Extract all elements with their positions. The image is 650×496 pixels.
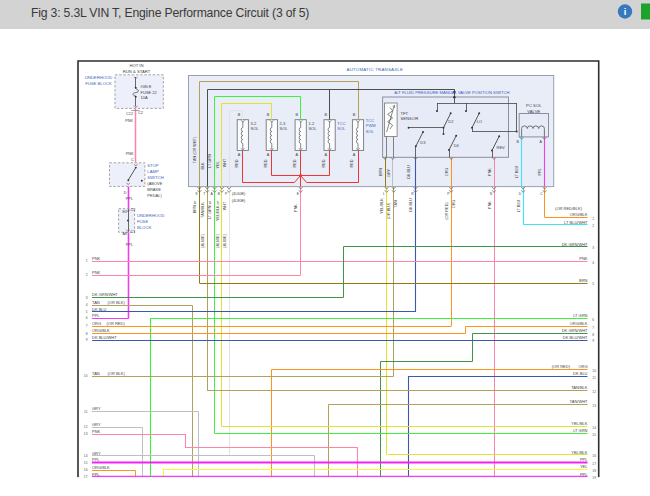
svg-text:15: 15 <box>592 433 596 437</box>
svg-text:(OR BLK): (OR BLK) <box>108 371 126 376</box>
svg-text:D3: D3 <box>420 140 426 145</box>
svg-text:TAN/WHT: TAN/WHT <box>570 399 588 404</box>
svg-text:TAN: TAN <box>92 371 100 376</box>
svg-text:YEL/BLK: YEL/BLK <box>571 421 588 426</box>
svg-text:16: 16 <box>84 468 88 472</box>
svg-text:1-2: 1-2 <box>308 121 315 126</box>
svg-text:PPL: PPL <box>92 457 100 462</box>
svg-text:PPL: PPL <box>126 197 133 201</box>
svg-text:LT BLU: LT BLU <box>515 165 519 178</box>
svg-text:LT BLU/WHT: LT BLU/WHT <box>564 220 588 225</box>
svg-text:C2: C2 <box>138 111 143 115</box>
svg-text:LO: LO <box>477 119 482 124</box>
svg-text:BRN or: BRN or <box>193 200 197 213</box>
svg-text:SOL: SOL <box>366 129 375 134</box>
svg-text:GRY: GRY <box>92 406 101 411</box>
svg-text:PNK: PNK <box>125 119 133 123</box>
svg-text:13: 13 <box>592 404 596 408</box>
svg-text:(OR RED): (OR RED) <box>445 202 449 220</box>
svg-text:SWITCH: SWITCH <box>147 175 164 180</box>
svg-text:RED: RED <box>293 159 297 167</box>
svg-text:GRY: GRY <box>387 168 391 177</box>
svg-text:(OR RED): (OR RED) <box>107 321 126 326</box>
svg-text:RED: RED <box>264 159 268 167</box>
svg-text:4: 4 <box>86 303 88 307</box>
svg-text:D: D <box>124 191 127 195</box>
svg-text:(4L60E): (4L60E) <box>232 192 246 196</box>
svg-text:19: 19 <box>592 476 596 480</box>
svg-text:SOL: SOL <box>308 126 317 131</box>
svg-text:PNK: PNK <box>92 429 101 434</box>
svg-text:LT GRN: LT GRN <box>573 313 587 318</box>
svg-text:TAN/BLK: TAN/BLK <box>571 385 588 390</box>
svg-text:YEL: YEL <box>580 464 588 469</box>
svg-text:14: 14 <box>592 426 596 430</box>
svg-text:UNDERHOOD: UNDERHOOD <box>85 75 112 80</box>
svg-text:B: B <box>353 113 356 117</box>
svg-text:RED: RED <box>322 159 326 167</box>
svg-text:1: 1 <box>86 259 88 263</box>
svg-text:TAN: TAN <box>394 200 398 208</box>
svg-text:(OR RED/BLK): (OR RED/BLK) <box>555 206 583 211</box>
svg-text:5: 5 <box>86 310 88 314</box>
svg-text:PNK: PNK <box>92 256 101 261</box>
svg-text:BRAKE: BRAKE <box>147 187 161 192</box>
svg-text:LT GRN or: LT GRN or <box>208 200 212 219</box>
svg-text:16: 16 <box>592 454 596 458</box>
svg-text:2: 2 <box>86 273 88 277</box>
svg-text:TFT: TFT <box>401 111 409 116</box>
svg-text:6: 6 <box>86 316 88 320</box>
svg-text:9: 9 <box>592 339 594 343</box>
svg-text:17: 17 <box>84 475 88 479</box>
svg-text:8: 8 <box>86 332 88 336</box>
svg-text:DK GRN/WHT: DK GRN/WHT <box>562 328 588 333</box>
svg-text:PEDAL): PEDAL) <box>147 193 162 198</box>
svg-text:DK BLU/WHT: DK BLU/WHT <box>563 335 588 340</box>
svg-text:ORG/BLK: ORG/BLK <box>92 465 110 470</box>
svg-text:PNK: PNK <box>488 201 492 209</box>
svg-text:RED: RED <box>235 159 239 167</box>
svg-text:C12: C12 <box>126 112 133 116</box>
svg-text:10: 10 <box>84 374 88 378</box>
svg-text:17: 17 <box>592 462 596 466</box>
svg-text:(OR BLU): (OR BLU) <box>387 202 391 219</box>
svg-text:SOL: SOL <box>280 126 289 131</box>
svg-text:YEL: YEL <box>216 161 220 168</box>
svg-text:VALVE: VALVE <box>527 109 540 114</box>
svg-text:YEL/BLK: YEL/BLK <box>571 450 588 455</box>
svg-text:RED: RED <box>350 159 354 167</box>
svg-text:C: C <box>131 158 134 162</box>
svg-text:ORG: ORG <box>92 321 101 326</box>
svg-text:10A: 10A <box>141 95 148 100</box>
svg-text:PPL: PPL <box>92 313 100 318</box>
svg-text:8: 8 <box>592 333 594 337</box>
svg-text:BLOCK: BLOCK <box>137 225 151 230</box>
svg-text:PNK: PNK <box>294 204 298 212</box>
svg-text:LT BLU: LT BLU <box>517 199 521 212</box>
svg-text:PPL: PPL <box>580 457 588 462</box>
svg-text:LAMP: LAMP <box>147 169 159 174</box>
svg-text:PNK: PNK <box>488 168 492 176</box>
svg-text:5: 5 <box>592 282 594 286</box>
svg-text:7: 7 <box>592 326 594 330</box>
svg-text:WHT: WHT <box>223 201 227 210</box>
svg-text:UNDERHOOD: UNDERHOOD <box>137 213 164 218</box>
svg-text:FUSE BLOCK: FUSE BLOCK <box>85 81 112 86</box>
svg-text:GRY: GRY <box>92 451 101 456</box>
svg-text:YEL/BLK or: YEL/BLK or <box>216 200 220 221</box>
svg-text:ORG/BLK: ORG/BLK <box>570 321 588 326</box>
svg-text:AUTOMATIC TRANSAXLE: AUTOMATIC TRANSAXLE <box>347 67 404 72</box>
svg-text:PPL: PPL <box>580 472 588 477</box>
svg-text:RUN & START: RUN & START <box>123 69 151 74</box>
svg-text:REV: REV <box>497 145 506 150</box>
svg-text:YEL/BLK: YEL/BLK <box>380 198 384 214</box>
svg-text:10: 10 <box>592 369 596 373</box>
svg-text:BLK: BLK <box>201 162 205 170</box>
svg-text:FUSE: FUSE <box>137 219 148 224</box>
svg-text:PPL: PPL <box>126 243 133 247</box>
svg-text:2: 2 <box>592 224 594 228</box>
svg-text:PNK: PNK <box>126 152 134 156</box>
svg-text:PWM: PWM <box>366 123 376 128</box>
svg-text:L: L <box>383 192 385 196</box>
svg-text:3: 3 <box>592 246 594 250</box>
